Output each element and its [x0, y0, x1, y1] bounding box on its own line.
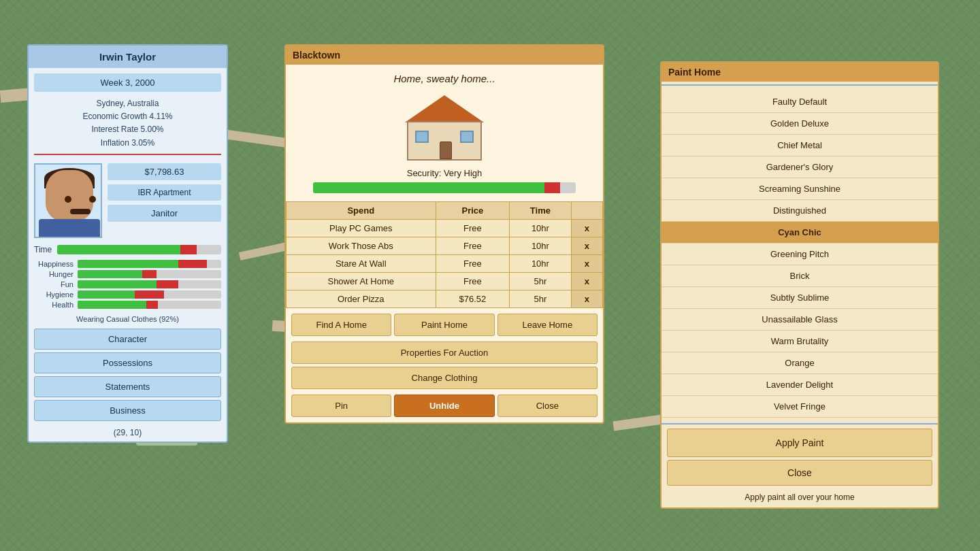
stat-row: Hygiene	[34, 290, 221, 299]
business-button[interactable]: Business	[34, 400, 221, 421]
price-cell: Free	[436, 237, 510, 255]
paint-color-item-cyan-chic[interactable]: Cyan Chic	[662, 222, 938, 244]
paint-home-title: Paint Home	[662, 63, 938, 82]
remove-spend-button[interactable]: x	[571, 273, 602, 290]
security-label: Security: Very High	[286, 165, 603, 182]
statements-button[interactable]: Statements	[34, 376, 221, 397]
paint-color-item-golden-deluxe[interactable]: Golden Deluxe	[662, 113, 938, 135]
paint-color-item-unassailable-glass[interactable]: Unassailable Glass	[662, 309, 938, 331]
stat-label: Happiness	[34, 260, 74, 268]
time-cell: 10hr	[510, 255, 571, 273]
stat-label: Fun	[34, 280, 74, 288]
spend-cell: Shower At Home	[287, 273, 436, 290]
stat-bar	[78, 290, 221, 299]
stat-row: Health	[34, 301, 221, 309]
home-tagline: Home, sweaty home...	[286, 65, 603, 90]
remove-spend-button[interactable]: x	[571, 220, 602, 237]
security-bar	[313, 182, 576, 193]
avatar-head	[46, 170, 93, 221]
paint-color-item-gardeners-glory[interactable]: Gardener's Glory	[662, 156, 938, 178]
character-button[interactable]: Character	[34, 329, 221, 350]
time-cell: 5hr	[510, 290, 571, 308]
time-bar-red	[180, 245, 197, 254]
col-spend: Spend	[287, 202, 436, 220]
remove-spend-button[interactable]: x	[571, 290, 602, 308]
stat-bar-red	[146, 301, 158, 309]
col-x	[571, 202, 602, 220]
house-window-left	[415, 131, 429, 143]
leave-home-button[interactable]: Leave Home	[497, 314, 598, 336]
security-bar-red	[544, 182, 560, 193]
house-area	[286, 90, 603, 165]
stat-bar-red	[135, 290, 163, 299]
paint-home-panel: Paint Home Faulty DefaultGolden DeluxeCh…	[660, 61, 939, 509]
remove-spend-button[interactable]: x	[571, 237, 602, 255]
time-label: Time	[34, 245, 52, 254]
week-display: Week 3, 2000	[34, 73, 221, 92]
divider	[34, 154, 221, 155]
spend-cell: Stare At Wall	[287, 255, 436, 273]
unhide-button[interactable]: Unhide	[394, 395, 494, 417]
spend-cell: Work Those Abs	[287, 237, 436, 255]
stat-bar-red	[178, 260, 207, 268]
paint-hint: Apply paint all over your home	[662, 488, 938, 507]
paint-close-button[interactable]: Close	[667, 460, 932, 486]
spend-table-body: Play PC Games Free 10hr x Work Those Abs…	[287, 220, 603, 308]
stat-label: Hygiene	[34, 290, 74, 299]
bottom-buttons: Pin Unhide Close	[286, 392, 603, 422]
price-cell: Free	[436, 220, 510, 237]
table-row: Stare At Wall Free 10hr x	[287, 255, 603, 273]
stat-row: Hunger	[34, 270, 221, 278]
paint-color-item-orange[interactable]: Orange	[662, 352, 938, 374]
paint-color-item-distinguished[interactable]: Distinguished	[662, 200, 938, 222]
spend-cell: Order Pizza	[287, 290, 436, 308]
stat-bar-red	[157, 280, 178, 288]
time-cell: 10hr	[510, 220, 571, 237]
action-buttons: Character Possessions Statements Busines…	[29, 326, 227, 424]
avatar	[34, 163, 102, 238]
time-cell: 5hr	[510, 273, 571, 290]
stat-rows: Happiness Hunger Fun Hygiene Health	[34, 260, 221, 309]
character-panel-title: Irwin Taylor	[29, 46, 227, 68]
price-cell: Free	[436, 273, 510, 290]
properties-auction-button[interactable]: Properties For Auction	[291, 341, 598, 364]
find-home-button[interactable]: Find A Home	[291, 314, 391, 336]
paint-color-item-faulty-default[interactable]: Faulty Default	[662, 91, 938, 113]
coordinates: (29, 10)	[29, 424, 227, 441]
possessions-button[interactable]: Possessions	[34, 352, 221, 373]
wearing-text: Wearing Casual Clothes (92%)	[29, 312, 227, 326]
character-body: $7,798.63 IBR Apartment Janitor	[29, 159, 227, 242]
time-bar-green	[57, 245, 180, 254]
change-clothing-button[interactable]: Change Clothing	[291, 367, 598, 389]
price-cell: Free	[436, 255, 510, 273]
house-roof	[405, 95, 484, 122]
price-cell: $76.52	[436, 290, 510, 308]
stat-bar	[78, 270, 221, 278]
pin-button[interactable]: Pin	[291, 395, 391, 417]
blacktown-panel: Blacktown Home, sweaty home... Security:…	[284, 44, 604, 424]
paint-color-item-chief-metal[interactable]: Chief Metal	[662, 135, 938, 156]
paint-home-button[interactable]: Paint Home	[394, 314, 494, 336]
time-bar	[57, 245, 221, 254]
house-body	[407, 121, 482, 161]
money-display: $7,798.63	[108, 163, 221, 180]
paint-color-item-velvet-fringe[interactable]: Velvet Fringe	[662, 396, 938, 418]
avatar-mustache	[70, 209, 91, 214]
paint-color-item-subtly-sublime[interactable]: Subtly Sublime	[662, 287, 938, 309]
remove-spend-button[interactable]: x	[571, 255, 602, 273]
paint-color-item-lavender-delight[interactable]: Lavender Delight	[662, 374, 938, 396]
stat-label: Hunger	[34, 270, 74, 278]
paint-color-item-warm-brutality[interactable]: Warm Brutality	[662, 331, 938, 352]
char-stats: $7,798.63 IBR Apartment Janitor	[108, 163, 221, 222]
col-time: Time	[510, 202, 571, 220]
paint-color-item-brick[interactable]: Brick	[662, 265, 938, 287]
paint-color-item-screaming-sunshine[interactable]: Screaming Sunshine	[662, 178, 938, 200]
time-row: Time	[29, 242, 227, 257]
close-mid-button[interactable]: Close	[497, 395, 598, 417]
character-panel: Irwin Taylor Week 3, 2000 Sydney, Austra…	[27, 44, 228, 443]
apply-paint-button[interactable]: Apply Paint	[667, 429, 932, 457]
location-info: Sydney, Australia Economic Growth 4.11% …	[29, 97, 227, 150]
table-row: Play PC Games Free 10hr x	[287, 220, 603, 237]
stat-bar-green	[78, 301, 146, 309]
paint-color-item-greening-pitch[interactable]: Greening Pitch	[662, 244, 938, 265]
